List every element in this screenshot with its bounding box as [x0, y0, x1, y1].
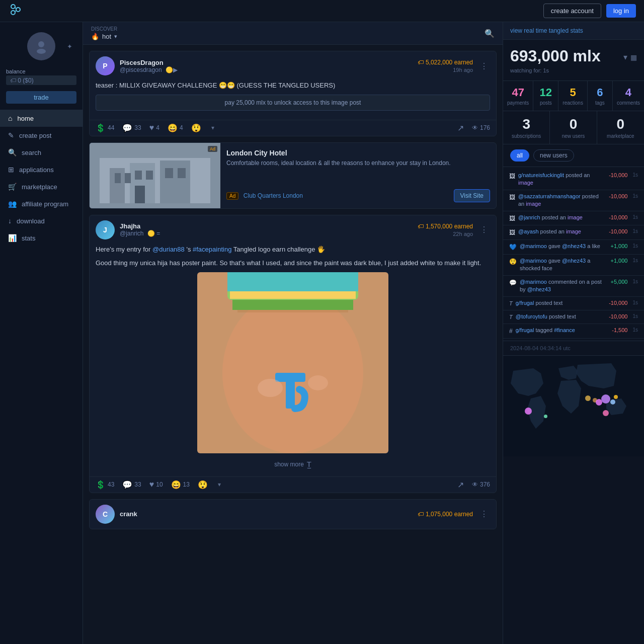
post-menu-3[interactable]: ⋮: [478, 507, 490, 521]
expand-reactions-2[interactable]: ▾: [218, 481, 221, 488]
stat-value-comments: 4: [617, 86, 640, 99]
avatar-crank[interactable]: C: [96, 505, 115, 524]
search-discover-icon[interactable]: 🔍: [485, 29, 495, 38]
sidebar-item-create-post[interactable]: ✎ create post: [0, 127, 83, 144]
stat-comments: 4 comments: [613, 81, 644, 111]
stat-label-new-users: new users: [554, 133, 592, 139]
map-dot: [601, 394, 610, 404]
collapse-icon[interactable]: ▾: [623, 52, 627, 62]
action-views-1: 👁 176: [472, 124, 490, 131]
post-body-1: teaser : MILLIX GIVEAWAY CHALLENGE 😁😁 (G…: [90, 80, 496, 120]
post-menu-1[interactable]: ⋮: [478, 59, 490, 73]
action-dollar-1[interactable]: 💲 44: [96, 123, 114, 133]
avatar-jhajha[interactable]: J: [96, 220, 115, 239]
discover-label: discover: [91, 26, 117, 32]
svg-rect-11: [160, 160, 190, 203]
activity-amount-8: -10,000: [609, 313, 627, 320]
post-username-2[interactable]: Jhajha: [120, 222, 413, 230]
show-more-button[interactable]: show more T̲: [96, 457, 490, 471]
filter-tab-new-users[interactable]: new users: [533, 149, 574, 162]
stats-link[interactable]: view real time tangled stats: [503, 22, 644, 40]
sidebar-item-affiliate[interactable]: 👥 affiliate program: [0, 195, 83, 212]
post-text-1: teaser : MILLIX GIVEAWAY CHALLENGE 😁😁 (G…: [96, 80, 490, 91]
trade-button[interactable]: trade: [6, 91, 76, 104]
ad-desc: Comfortable rooms, ideal location & all …: [226, 159, 490, 168]
action-dollar-2[interactable]: 💲 43: [96, 480, 114, 490]
stats-row2: 3 subscriptions 0 new users 0 marketplac…: [503, 111, 644, 144]
post-earned-2: 🏷 1,570,000 earned: [418, 223, 473, 230]
post-actions-2: 💲 43 💬 33 ♥ 10 😄 13 😲 ▾: [90, 476, 496, 493]
grid-icon[interactable]: ▦: [630, 53, 637, 61]
mention-durian[interactable]: @durian88: [152, 246, 185, 253]
discover-hot[interactable]: 🔥 hot ▾: [91, 33, 117, 40]
action-share-2[interactable]: ↗: [457, 480, 464, 490]
activity-icon-3: 🖼: [509, 228, 515, 237]
post-earned-1: 🏷 5,022,000 earned: [418, 59, 473, 66]
ad-source-row: Ad Club Quarters London: [226, 192, 303, 199]
activity-icon-7: T: [509, 300, 513, 307]
sidebar-item-marketplace[interactable]: 🛒 marketplace: [0, 178, 83, 195]
activity-item-7: T g/frugal posted text -10,000 1s: [503, 297, 644, 310]
login-button[interactable]: log in: [606, 4, 636, 18]
visit-site-button[interactable]: Visit Site: [454, 189, 490, 202]
millix-icon-1: 🏷: [418, 59, 424, 66]
svg-rect-14: [135, 171, 142, 180]
action-comment-1[interactable]: 💬 33: [122, 123, 141, 133]
action-laugh-1[interactable]: 😄 4: [168, 123, 183, 133]
post-menu-2[interactable]: ⋮: [478, 223, 490, 236]
avatar-piscesdragon[interactable]: P: [96, 56, 115, 75]
action-heart-1[interactable]: ♥ 4: [149, 123, 159, 132]
ad-title: London City Hotel: [226, 149, 490, 157]
sidebar-item-stats[interactable]: 📊 stats: [0, 229, 83, 247]
activity-item-5: 😲 @marimoo gave @nhez43 a shocked face +…: [503, 255, 644, 276]
download-icon: ↓: [8, 217, 12, 225]
activity-amount-7: -10,000: [609, 299, 627, 307]
hashtag-facepainting[interactable]: #facepainting: [193, 246, 231, 253]
action-share-1[interactable]: ↗: [457, 123, 464, 133]
sidebar-item-download[interactable]: ↓ download: [0, 212, 83, 229]
post-text-main-2: Here's my entry for @durian88 's #facepa…: [96, 245, 490, 255]
activity-icon-4: 💙: [509, 243, 517, 252]
svg-rect-28: [286, 381, 295, 409]
filter-tab-all[interactable]: all: [510, 149, 529, 162]
activity-text-1: @sazzaturrahmanshagor posted an image: [518, 193, 606, 208]
stat-value-marketplace: 0: [601, 116, 640, 132]
activity-time-3: 1s: [632, 228, 638, 235]
activity-amount-3: -10,000: [609, 228, 627, 235]
map-dot: [603, 410, 609, 416]
discover-bar: discover 🔥 hot ▾ 🔍: [83, 22, 503, 45]
create-account-button[interactable]: create account: [543, 4, 601, 18]
action-laugh-2[interactable]: 😄 13: [171, 480, 190, 490]
action-shocked-2[interactable]: 😲: [198, 480, 208, 490]
ad-badge-label: Ad: [226, 192, 238, 200]
ad-content: London City Hotel Comfortable rooms, ide…: [220, 143, 496, 208]
stats-grid: 47 payments 12 posts 5 reactions 6 tags …: [503, 81, 644, 111]
sidebar-item-home[interactable]: ⌂ home: [0, 110, 83, 127]
stat-label-subscriptions: subscriptions: [507, 133, 545, 139]
svg-rect-15: [146, 171, 153, 180]
sidebar: ✦ balance 🏷 0 ($0) trade ⌂ home ✎ create…: [0, 22, 83, 644]
post-username-1[interactable]: PiscesDragon: [120, 59, 413, 66]
post-locked-1[interactable]: pay 25,000 mlx to unlock access to this …: [96, 95, 490, 111]
action-heart-2[interactable]: ♥ 10: [149, 480, 163, 489]
action-comment-2[interactable]: 💬 33: [122, 480, 141, 490]
activity-icon-1: 🖼: [509, 193, 515, 202]
post-username-3[interactable]: crank: [120, 510, 413, 518]
sidebar-item-label-create-post: create post: [19, 132, 51, 139]
stat-label-tags: tags: [592, 100, 608, 106]
sidebar-item-label-search: search: [22, 149, 41, 156]
map-dot: [614, 395, 618, 399]
action-shocked-1[interactable]: 😲: [191, 123, 201, 133]
stat-value-payments: 47: [507, 86, 529, 99]
sidebar-item-applications[interactable]: ⊞ applications: [0, 161, 83, 178]
post-header-right-1: 🏷 5,022,000 earned 19h ago: [418, 59, 473, 73]
avatar[interactable]: [27, 32, 55, 60]
svg-point-2: [11, 11, 15, 15]
sidebar-item-search[interactable]: 🔍 search: [0, 144, 83, 161]
ad-source-link[interactable]: Club Quarters London: [244, 192, 303, 199]
ad-badge: Ad: [208, 146, 217, 152]
post-actions-1: 💲 44 💬 33 ♥ 4 😄 4 😲 ▾: [90, 120, 496, 136]
map-dot: [544, 415, 547, 418]
expand-reactions-1[interactable]: ▾: [211, 124, 214, 131]
settings-icon[interactable]: ✦: [67, 43, 72, 50]
